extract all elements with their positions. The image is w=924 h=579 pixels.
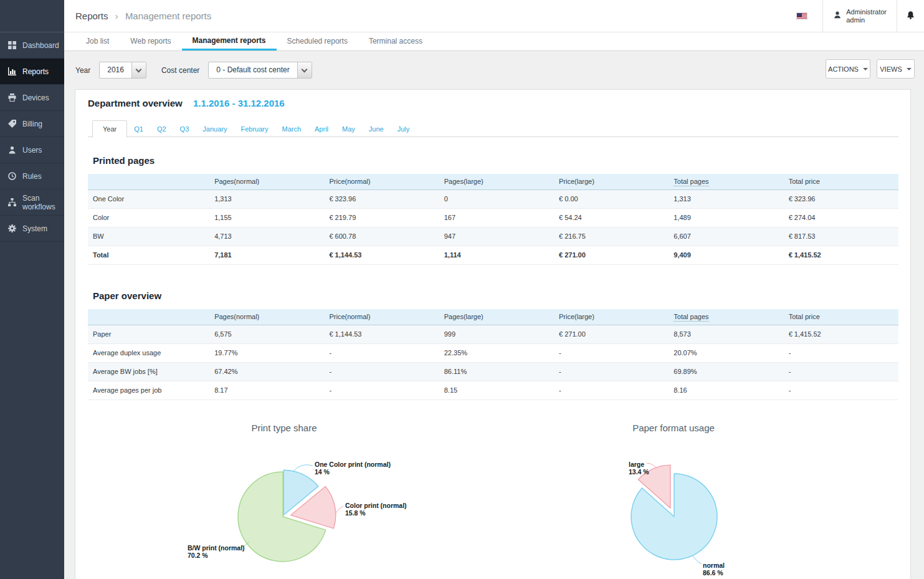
period-tab-february[interactable]: February xyxy=(234,121,275,137)
paper-overview-heading: Paper overview xyxy=(93,290,161,301)
year-select-value: 2016 xyxy=(100,62,131,78)
pie-label-name: B/W print (normal) xyxy=(188,544,245,552)
period-tab-june[interactable]: June xyxy=(362,121,391,137)
language-switcher[interactable] xyxy=(781,0,822,32)
dashboard-grid-icon xyxy=(7,41,17,50)
column-header-pages-large: Pages(large) xyxy=(439,309,554,325)
gear-icon xyxy=(7,224,17,233)
tab-bar: Job listWeb reportsManagement reportsSch… xyxy=(64,32,924,51)
table-cell: 1,155 xyxy=(209,208,324,227)
table-cell: Average duplex usage xyxy=(88,343,209,362)
table-cell: 8,573 xyxy=(669,325,783,343)
notifications-button[interactable] xyxy=(897,0,924,32)
pie-label-name: large xyxy=(629,461,649,468)
views-button[interactable]: VIEWS xyxy=(877,59,915,79)
caret-down-icon xyxy=(907,68,912,70)
tab-management-reports[interactable]: Management reports xyxy=(182,32,277,50)
topbar-right: Administrator admin xyxy=(781,0,924,32)
topbar: Reports › Management reports Administrat… xyxy=(64,0,924,32)
period-tab-july[interactable]: July xyxy=(391,121,417,137)
sidebar-item-label: Rules xyxy=(22,172,42,181)
table-row-color: Color1,155€ 219.79167€ 54.241,489€ 274.0… xyxy=(88,208,898,227)
table-cell: € 274.04 xyxy=(784,208,898,227)
user-name: Administrator admin xyxy=(846,8,887,24)
tab-web-reports[interactable]: Web reports xyxy=(120,32,181,50)
table-cell: € 1,144.53 xyxy=(324,246,439,264)
pie-label-large: large13.4 % xyxy=(629,461,649,476)
table-cell: 1,313 xyxy=(209,189,324,208)
table-cell: € 1,415.52 xyxy=(784,325,898,343)
sidebar-item-devices[interactable]: Devices xyxy=(0,85,64,111)
logo-block xyxy=(0,0,64,32)
period-tab-q2[interactable]: Q2 xyxy=(150,121,173,137)
page-title: Department overview xyxy=(88,98,183,108)
pie-label-percent: 13.4 % xyxy=(629,468,649,476)
data-table: Pages(normal)Price(normal)Pages(large)Pr… xyxy=(88,309,898,400)
table-cell: Total xyxy=(88,246,209,264)
column-header-pages-normal: Pages(normal) xyxy=(209,174,324,189)
scan-workflows-icon xyxy=(7,198,17,207)
breadcrumb-separator: › xyxy=(115,11,118,21)
sidebar-item-label: Devices xyxy=(22,93,49,102)
us-flag-icon xyxy=(796,12,807,20)
pie-label-name: Color print (normal) xyxy=(345,502,407,509)
breadcrumb-reports-link[interactable]: Reports xyxy=(75,11,108,21)
sidebar-item-users[interactable]: Users xyxy=(0,137,64,163)
table-cell: - xyxy=(324,362,439,381)
table-cell: € 271.00 xyxy=(554,325,669,343)
sidebar-item-dashboard[interactable]: Dashboard xyxy=(0,32,64,59)
table-cell: 1,313 xyxy=(669,189,783,208)
sidebar-item-system[interactable]: System xyxy=(0,216,64,242)
table-cell: 7,181 xyxy=(209,246,324,264)
table-cell: 22.35% xyxy=(439,343,554,362)
period-tab-q3[interactable]: Q3 xyxy=(173,121,196,137)
user-icon xyxy=(7,145,17,155)
actions-button[interactable]: ACTIONS xyxy=(826,59,870,79)
tab-terminal-access[interactable]: Terminal access xyxy=(358,32,433,50)
pie-label-b-w-print-normal: B/W print (normal)70.2 % xyxy=(188,544,245,559)
period-tab-march[interactable]: March xyxy=(275,121,308,137)
year-select[interactable]: 2016 xyxy=(99,62,146,79)
pie-label-percent: 14 % xyxy=(315,468,391,476)
table-cell: 167 xyxy=(439,208,554,227)
sidebar-item-reports[interactable]: Reports xyxy=(0,59,64,85)
pie-label-leader-line xyxy=(692,555,702,564)
table-cell: 19.77% xyxy=(209,343,324,362)
tab-job-list[interactable]: Job list xyxy=(75,32,120,50)
column-header-blank xyxy=(88,174,209,189)
table-row-total: Total7,181€ 1,144.531,114€ 271.009,409€ … xyxy=(88,246,898,264)
table-cell: € 271.00 xyxy=(554,246,669,264)
period-tab-q1[interactable]: Q1 xyxy=(127,121,150,137)
table-cell: 999 xyxy=(439,325,554,343)
sidebar-item-scan-workflows[interactable]: Scan workflows xyxy=(0,189,64,216)
filters: Year 2016 Cost center 0 - Default cost c… xyxy=(75,62,327,79)
table-cell: 4,713 xyxy=(209,227,324,246)
table-cell: - xyxy=(324,381,439,400)
table-cell: 8.15 xyxy=(439,381,554,400)
filter-bar: Year 2016 Cost center 0 - Default cost c… xyxy=(64,52,924,89)
cost-center-select[interactable]: 0 - Default cost center xyxy=(208,62,312,79)
table-cell: - xyxy=(784,362,898,381)
user-menu[interactable]: Administrator admin xyxy=(823,0,897,32)
sidebar-item-billing[interactable]: Billing xyxy=(0,111,64,137)
table-cell: 67.42% xyxy=(209,362,324,381)
table-cell: Average pages per job xyxy=(88,381,209,400)
table-cell: € 1,144.53 xyxy=(324,325,439,343)
table-row-average-pages-per-job: Average pages per job8.17-8.15-8.16- xyxy=(88,381,898,400)
pie-slice-normal[interactable] xyxy=(631,474,717,560)
period-tab-year[interactable]: Year xyxy=(92,120,127,138)
table-cell: - xyxy=(784,343,898,362)
table-row-average-bw-jobs: Average BW jobs [%]67.42%-86.11%-69.89%- xyxy=(88,362,898,381)
sidebar-item-rules[interactable]: Rules xyxy=(0,163,64,189)
tab-scheduled-reports[interactable]: Scheduled reports xyxy=(277,32,358,50)
views-button-label: VIEWS xyxy=(880,65,902,73)
table-cell: € 0.00 xyxy=(554,189,669,208)
period-tab-april[interactable]: April xyxy=(308,121,335,137)
chevron-down-icon[interactable] xyxy=(297,62,312,78)
printed-pages-heading: Printed pages xyxy=(93,155,155,166)
printer-icon xyxy=(7,93,17,102)
period-tab-january[interactable]: January xyxy=(196,121,234,137)
pie-label-one-color-print-normal: One Color print (normal)14 % xyxy=(315,461,391,476)
period-tab-may[interactable]: May xyxy=(335,121,362,137)
chevron-down-icon[interactable] xyxy=(131,62,146,78)
